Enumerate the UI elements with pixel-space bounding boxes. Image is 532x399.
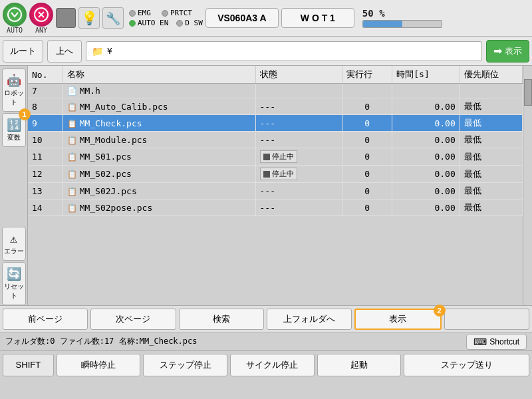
stop-square-icon <box>263 154 270 160</box>
cell-no: 12 <box>28 166 63 183</box>
emg-radio-dot <box>129 10 136 17</box>
cell-no: 14 <box>28 200 63 216</box>
emg-radio-row[interactable]: EMG PRTCT <box>129 9 203 17</box>
cell-exec: 0 <box>342 183 392 200</box>
scrollbar[interactable] <box>523 66 532 305</box>
prtct-label: PRTCT <box>170 9 192 17</box>
col-header-name: 名称 <box>63 66 255 84</box>
wot-button[interactable]: W O T 1 <box>281 8 354 28</box>
sidebar-robot-btn[interactable]: 🤖 ロボット <box>2 68 26 112</box>
cell-time <box>392 84 460 98</box>
dsw-radio-dot <box>176 20 183 27</box>
table-scroll[interactable]: No. 名称 状態 実行行 時間[s] 優先順位 7📄MM.h8📋MM_Auto… <box>28 66 523 305</box>
cell-no: 7 <box>28 84 63 98</box>
col-header-no: No. <box>28 66 63 84</box>
show-files-button[interactable]: 表示 2 <box>354 309 441 330</box>
cell-priority: 最低 <box>460 166 522 183</box>
table-row[interactable]: 13📋MM_S02J.pcs---00.00最低 <box>28 183 523 200</box>
cell-exec: 0 <box>342 166 392 183</box>
next-page-button[interactable]: 次ページ <box>90 309 176 330</box>
error-label: エラー <box>4 247 24 256</box>
cell-priority: 最低 <box>460 183 522 200</box>
radio-group: EMG PRTCT AUTO EN D SW <box>129 9 203 27</box>
cell-priority: 最低 <box>460 132 522 148</box>
variable-label: 変数 <box>7 133 21 142</box>
any-label: ANY <box>35 27 47 34</box>
show-button[interactable]: ➡ 表示 <box>486 40 529 63</box>
file-icon: 📋 <box>67 203 77 213</box>
instant-stop-button[interactable]: 瞬時停止 <box>57 354 141 376</box>
cycle-stop-button[interactable]: サイクル停止 <box>230 354 315 376</box>
gray-square-icon[interactable] <box>56 8 76 28</box>
table-wrapper: No. 名称 状態 実行行 時間[s] 優先順位 7📄MM.h8📋MM_Auto… <box>28 66 532 305</box>
error-icon: ⚠️ <box>10 231 17 245</box>
left-sidebar: 🤖 ロボット 🔢 変数 1 ⚠️ エラー 🔄 リセット <box>0 66 28 305</box>
show-files-label: 表示 <box>389 313 406 325</box>
cell-name: 📋MM_Module.pcs <box>63 132 255 148</box>
cell-status: 停止中 <box>255 148 342 166</box>
cell-status: --- <box>255 183 342 200</box>
root-button[interactable]: ルート <box>3 40 43 63</box>
table-row[interactable]: 12📋MM_S02.pcs 停止中00.00最低 <box>28 166 523 183</box>
sidebar-reset-btn[interactable]: 🔄 リセット <box>2 262 26 305</box>
shortcut-button[interactable]: ⌨ Shortcut <box>466 334 527 350</box>
stop-badge: 停止中 <box>260 168 297 180</box>
vs-button[interactable]: VS060A3 A <box>205 8 279 28</box>
cell-status <box>255 84 342 98</box>
any-icon <box>29 3 53 27</box>
sidebar-variable-btn[interactable]: 🔢 変数 1 <box>2 113 26 147</box>
file-icon: 📋 <box>67 187 77 196</box>
reset-label: リセット <box>4 282 24 301</box>
action-bar: SHIFT 瞬時停止 ステップ停止 サイクル停止 起動 ステップ送り <box>0 350 532 378</box>
cell-name: 📋MM_S02.pcs <box>63 166 255 183</box>
cell-exec <box>342 84 392 98</box>
step-send-button[interactable]: ステップ送り <box>404 354 529 376</box>
main-area: 🤖 ロボット 🔢 変数 1 ⚠️ エラー 🔄 リセット No. 名称 <box>0 66 532 305</box>
prev-page-button[interactable]: 前ページ <box>3 309 88 330</box>
cell-status: --- <box>255 98 342 115</box>
cell-time: 0.00 <box>392 132 460 148</box>
folder-icon: 📁 <box>92 46 103 57</box>
robot-label: ロボット <box>4 88 24 107</box>
cell-time: 0.00 <box>392 183 460 200</box>
table-row[interactable]: 7📄MM.h <box>28 84 523 98</box>
col-header-time: 時間[s] <box>392 66 460 84</box>
cell-name: 📄MM.h <box>63 84 255 98</box>
auto-any-group: AUTO ANY <box>3 3 53 34</box>
shift-button[interactable]: SHIFT <box>3 354 54 376</box>
sidebar-error-btn[interactable]: ⚠️ エラー <box>2 227 26 261</box>
reset-icon: 🔄 <box>7 267 21 281</box>
table-row[interactable]: 11📋MM_S01.pcs 停止中00.00最低 <box>28 148 523 166</box>
auto-icon <box>3 3 27 27</box>
file-icon: 📋 <box>67 170 77 179</box>
cell-time: 0.00 <box>392 115 460 132</box>
cell-exec: 0 <box>342 148 392 166</box>
dsw-label: D SW <box>185 19 203 27</box>
step-stop-button[interactable]: ステップ停止 <box>143 354 227 376</box>
search-button[interactable]: 検索 <box>179 309 264 330</box>
file-icon: 📋 <box>67 136 77 145</box>
wrench-icon[interactable]: 🔧 <box>102 7 124 29</box>
col-header-status: 状態 <box>255 66 342 84</box>
cell-no: 13 <box>28 183 63 200</box>
table-row[interactable]: 14📋MM_S02pose.pcs---00.00最低 <box>28 200 523 216</box>
autoen-radio-row[interactable]: AUTO EN D SW <box>129 19 203 27</box>
start-button[interactable]: 起動 <box>317 354 402 376</box>
arrow-right-icon: ➡ <box>493 45 502 57</box>
up-button[interactable]: 上へ <box>47 40 82 63</box>
cell-priority <box>460 84 522 98</box>
cell-no: 8 <box>28 98 63 115</box>
file-table: No. 名称 状態 実行行 時間[s] 優先順位 7📄MM.h8📋MM_Auto… <box>28 66 523 216</box>
cell-name: 📋MM_S02pose.pcs <box>63 200 255 216</box>
cell-no: 9 <box>28 115 63 132</box>
lightbulb-icon[interactable]: 💡 <box>78 7 100 29</box>
up-folder-button[interactable]: 上フォルダへ <box>267 309 352 330</box>
table-row[interactable]: 8📋MM_Auto_Calib.pcs---00.00最低 <box>28 98 523 115</box>
table-row[interactable]: 9📋MM_Check.pcs---00.00最低 <box>28 115 523 132</box>
scroll-thumb[interactable] <box>524 79 532 106</box>
cell-name: 📋MM_Check.pcs <box>63 115 255 132</box>
empty-button[interactable] <box>444 309 529 330</box>
table-row[interactable]: 10📋MM_Module.pcs---00.00最低 <box>28 132 523 148</box>
robot-icon: 🤖 <box>7 73 21 87</box>
bottom-toolbar: 前ページ 次ページ 検索 上フォルダへ 表示 2 <box>0 305 532 332</box>
